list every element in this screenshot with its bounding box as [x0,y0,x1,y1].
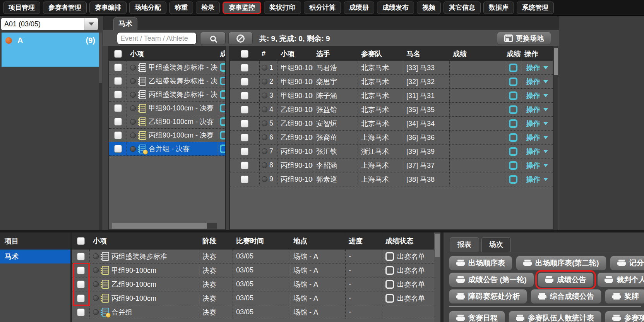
action-dropdown[interactable]: 操作 [521,117,553,130]
sidebar-scrollbar[interactable] [99,33,102,231]
score-status-checkbox[interactable] [220,104,225,112]
menu-tab-certificate-print[interactable]: 奖状打印 [264,2,301,14]
session-select[interactable]: A01 (03/05) [1,17,98,31]
score-status-checkbox[interactable] [509,133,517,142]
event-row[interactable]: 乙组90-100cm - 决赛 [109,115,225,129]
athlete-row[interactable]: 1 甲组90-100cm 马君浩 北京马术 [33] 马33 操作 [230,61,553,75]
score-status-checkbox[interactable] [220,90,225,99]
menu-tab-system-mgmt[interactable]: 系统管理 [517,2,554,14]
action-dropdown[interactable]: 操作 [521,61,553,74]
select-all-checkbox[interactable] [114,50,122,58]
radio-indicator[interactable] [130,119,136,125]
select-all-checkbox[interactable] [77,237,85,245]
schedule-row[interactable]: 合并组 决赛 03/05 场馆 - A - [72,305,434,319]
row-checkbox[interactable] [77,308,85,316]
radio-indicator[interactable] [93,281,99,287]
score-status-checkbox[interactable] [509,119,517,128]
schedule-row[interactable]: 甲组90-100cm 决赛 03/05 场馆 - A - 出赛名单 [72,263,434,277]
row-checkbox[interactable] [241,106,248,114]
row-checkbox[interactable] [114,77,122,85]
row-checkbox[interactable] [241,120,248,127]
row-checkbox[interactable] [241,78,248,86]
row-checkbox[interactable] [241,148,248,155]
athletes-vscrollbar[interactable] [553,46,558,230]
menu-tab-weigh-in[interactable]: 称重 [169,2,193,14]
row-checkbox[interactable] [114,91,122,98]
row-checkbox[interactable] [114,104,122,112]
row-checkbox[interactable] [241,134,248,141]
row-checkbox[interactable] [241,176,248,183]
start-list-checkbox[interactable] [385,266,394,275]
event-row[interactable]: 甲组90-100cm - 决赛 [109,102,225,115]
score-status-checkbox[interactable] [220,63,225,72]
schedule-row[interactable]: 丙组90-100cm 决赛 03/05 场馆 - A - 出赛名单 [72,291,434,305]
start-list-checkbox[interactable] [385,294,394,303]
score-status-checkbox[interactable] [220,131,225,139]
radio-indicator[interactable] [262,162,267,168]
menu-tab-points-calc[interactable]: 积分计算 [304,2,341,14]
menu-tab-venue-assignment[interactable]: 场地分配 [129,2,166,14]
tab-equestrian[interactable]: 马术 [113,17,137,30]
radio-indicator[interactable] [262,121,267,126]
score-status-checkbox[interactable] [509,91,517,100]
score-status-checkbox[interactable] [220,117,225,126]
row-checkbox[interactable] [114,64,122,71]
athlete-row[interactable]: 8 丙组90-100cm 李韶涵 上海马术 [37] 马37 操作 [230,158,553,172]
tab-sessions[interactable]: 场次 [481,237,511,252]
report-button-results-round1[interactable]: 成绩公告 (第一轮) [449,272,534,287]
action-dropdown[interactable]: 操作 [521,131,553,144]
action-dropdown[interactable]: 操作 [521,75,553,88]
menu-tab-participant-mgmt[interactable]: 参赛者管理 [43,2,87,14]
event-row[interactable]: 甲组盛装舞步标准 - 决赛 [109,61,225,74]
report-button-medals[interactable]: 奖牌 [605,289,644,304]
athlete-row[interactable]: 2 甲组90-100cm 栾思宇 北京马术 [32] 马32 操作 [230,75,553,89]
row-checkbox[interactable] [77,267,85,274]
report-button-results-announcement[interactable]: 成绩公告 [538,272,594,287]
action-dropdown[interactable]: 操作 [521,158,553,172]
menu-tab-project-mgmt[interactable]: 项目管理 [3,2,40,14]
menu-tab-results-book[interactable]: 成绩册 [344,2,374,14]
report-button-penalty-analysis[interactable]: 障碍赛惩处分析 [449,289,527,304]
action-dropdown[interactable]: 操作 [521,103,553,116]
project-row-selected[interactable]: 马术 [0,250,70,263]
menu-tab-video[interactable]: 视频 [417,2,441,14]
radio-indicator[interactable] [262,93,267,98]
radio-indicator[interactable] [93,295,99,301]
action-dropdown[interactable]: 操作 [521,89,553,102]
score-status-checkbox[interactable] [509,105,517,114]
row-checkbox[interactable] [77,253,85,260]
event-row-selected[interactable]: 合并组 - 决赛 [109,142,225,156]
group-card[interactable]: A (9) [2,33,99,67]
chevron-down-icon[interactable] [84,18,98,30]
score-status-checkbox[interactable] [220,77,225,85]
radio-indicator[interactable] [93,253,99,259]
radio-indicator[interactable] [262,65,267,71]
report-button-judge-individual[interactable]: 裁判个人 [597,272,644,287]
menu-tab-database[interactable]: 数据库 [483,2,514,14]
radio-indicator[interactable] [262,134,267,140]
athlete-row[interactable]: 5 乙组90-100cm 安智烜 北京马术 [34] 马34 操作 [230,117,553,131]
row-checkbox[interactable] [77,294,85,302]
radio-indicator[interactable] [93,309,99,315]
report-button-competition-schedule[interactable]: 竞赛日程 [449,311,505,322]
radio-indicator[interactable] [130,105,136,111]
menu-tab-results-publish[interactable]: 成绩发布 [377,2,414,14]
athlete-row[interactable]: 3 甲组90-100cm 陈子涵 北京马术 [31] 马31 操作 [230,89,553,103]
score-status-checkbox[interactable] [509,161,517,170]
row-checkbox[interactable] [77,281,85,288]
select-all-checkbox[interactable] [241,50,248,58]
event-row[interactable]: 丙组90-100cm - 决赛 [109,129,225,142]
score-status-checkbox[interactable] [509,64,517,72]
event-row[interactable]: 丙组盛装舞步标准 - 决赛 [109,88,225,102]
score-status-checkbox[interactable] [509,175,517,184]
row-checkbox[interactable] [114,131,122,139]
schedule-vscrollbar[interactable] [434,232,440,322]
event-row[interactable]: 乙组盛装舞步标准 - 决赛 [109,74,225,88]
schedule-row[interactable]: 乙组90-100cm 决赛 03/05 场馆 - A - 出赛名单 [72,277,434,291]
action-dropdown[interactable]: 操作 [521,172,553,186]
report-button-start-order-round2[interactable]: 出场顺序表(第二轮) [516,256,606,270]
athlete-row[interactable]: 4 乙组90-100cm 张益铪 北京马术 [35] 马35 操作 [230,103,553,117]
report-button-team-count-stats[interactable]: 参赛队伍人数统计表 [509,311,601,322]
row-checkbox[interactable] [241,64,248,72]
change-venue-button[interactable]: 更换场地 [497,32,551,45]
